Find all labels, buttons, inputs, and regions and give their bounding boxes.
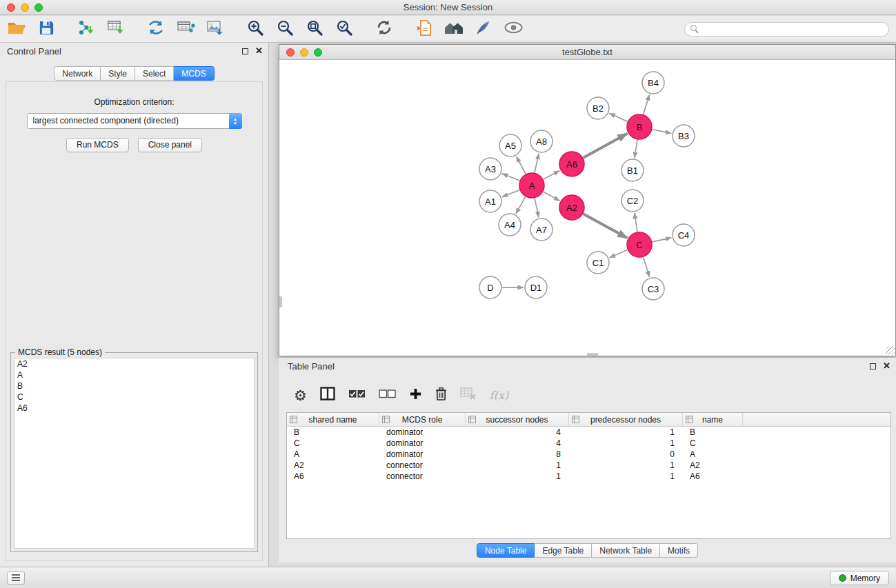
network-minimize-button[interactable] xyxy=(300,48,308,57)
tab-edge-table[interactable]: Edge Table xyxy=(535,543,592,558)
graph-node[interactable]: C xyxy=(627,232,652,257)
close-table-panel-icon[interactable]: ✕ xyxy=(883,362,890,370)
minimize-window-button[interactable] xyxy=(21,3,29,12)
graph-node[interactable]: B2 xyxy=(587,97,609,119)
graph-edge[interactable] xyxy=(544,170,560,179)
graph-node[interactable]: A4 xyxy=(499,214,521,236)
annotation-pen-button[interactable] xyxy=(474,19,493,39)
zoom-selected-button[interactable] xyxy=(335,19,354,39)
float-panel-icon[interactable] xyxy=(242,48,248,54)
mcds-result-item[interactable]: B xyxy=(14,381,254,392)
graph-node[interactable]: A3 xyxy=(479,158,501,180)
graph-edge[interactable] xyxy=(516,156,526,174)
graph-node[interactable]: C3 xyxy=(642,278,664,300)
show-columns-button[interactable] xyxy=(320,387,335,403)
column-header[interactable]: predecessor nodes xyxy=(569,413,683,426)
network-canvas[interactable]: B4B2BB3A5A8A6B1A3AC2A1A2A4A7C4CC1C3DD1 xyxy=(279,60,895,356)
zoom-window-button[interactable] xyxy=(34,3,43,12)
table-settings-button[interactable]: ⚙ xyxy=(294,388,307,403)
table-row[interactable]: Adominator80A xyxy=(287,449,890,460)
graph-node[interactable]: C1 xyxy=(587,252,609,274)
zoom-fit-button[interactable] xyxy=(305,19,324,39)
apply-layout-button[interactable] xyxy=(375,19,394,39)
graph-edge[interactable] xyxy=(584,214,628,238)
vertical-scrollbar-thumb[interactable] xyxy=(279,296,282,307)
graph-node[interactable]: D1 xyxy=(525,276,547,298)
table-row[interactable]: A6connector11A6 xyxy=(287,471,890,482)
tab-style[interactable]: Style xyxy=(101,66,135,81)
horizontal-scrollbar-thumb[interactable] xyxy=(587,353,598,356)
graph-edge[interactable] xyxy=(635,140,637,158)
import-network-button[interactable] xyxy=(77,19,96,39)
graph-edge[interactable] xyxy=(610,250,628,258)
export-table-button[interactable] xyxy=(176,19,195,39)
search-input[interactable] xyxy=(702,23,883,34)
graph-edge[interactable] xyxy=(644,257,650,277)
close-panel-icon[interactable]: ✕ xyxy=(255,47,263,55)
tab-node-table[interactable]: Node Table xyxy=(477,543,535,558)
deselect-all-button[interactable] xyxy=(379,389,396,401)
graph-edge[interactable] xyxy=(544,192,560,201)
graph-node[interactable]: A2 xyxy=(559,195,584,220)
show-graphics-button[interactable] xyxy=(504,19,523,39)
run-mcds-button[interactable]: Run MCDS xyxy=(66,138,129,152)
network-zoom-button[interactable] xyxy=(314,48,322,57)
graph-node[interactable]: D xyxy=(479,276,501,298)
close-panel-button[interactable]: Close panel xyxy=(138,138,202,152)
column-header[interactable]: successor nodes xyxy=(466,413,569,426)
table-row[interactable]: A2connector11A2 xyxy=(287,460,890,471)
graph-node[interactable]: A7 xyxy=(530,219,552,241)
function-builder-button[interactable]: f(x) xyxy=(490,389,508,402)
delete-column-button[interactable] xyxy=(435,387,447,404)
save-session-button[interactable] xyxy=(37,19,56,39)
mcds-result-item[interactable]: A6 xyxy=(14,403,254,414)
graph-node[interactable]: B3 xyxy=(673,125,695,147)
network-close-button[interactable] xyxy=(286,48,295,57)
graph-node[interactable]: C2 xyxy=(621,190,644,212)
mcds-result-item[interactable]: A xyxy=(14,369,254,381)
graph-edge[interactable] xyxy=(535,199,539,218)
graph-node[interactable]: B1 xyxy=(621,159,644,181)
import-table-button[interactable] xyxy=(106,19,126,39)
table-row[interactable]: Bdominator41B xyxy=(287,427,890,438)
graph-edge[interactable] xyxy=(609,113,627,121)
graph-edge[interactable] xyxy=(635,213,637,232)
column-header[interactable]: name xyxy=(683,413,743,426)
memory-button[interactable]: Memory xyxy=(830,571,889,585)
search-box[interactable] xyxy=(684,22,889,37)
graph-node[interactable]: A6 xyxy=(559,152,584,176)
select-all-button[interactable] xyxy=(348,389,366,401)
export-image-button[interactable] xyxy=(206,19,225,39)
graph-node[interactable]: A8 xyxy=(530,130,552,152)
create-column-button[interactable] xyxy=(409,387,422,403)
graph-node[interactable]: A1 xyxy=(479,190,501,212)
resize-grip[interactable] xyxy=(886,346,895,355)
graph-node[interactable]: B4 xyxy=(642,72,664,94)
mcds-result-item[interactable]: A2 xyxy=(14,358,254,369)
graph-edge[interactable] xyxy=(502,190,519,197)
close-window-button[interactable] xyxy=(7,3,15,12)
delete-table-button[interactable] xyxy=(460,387,477,403)
tab-mcds[interactable]: MCDS xyxy=(174,66,214,81)
open-session-button[interactable] xyxy=(7,19,26,39)
tab-network[interactable]: Network xyxy=(54,66,101,81)
mcds-result-list[interactable]: A2ABCA6 xyxy=(14,358,255,549)
zoom-in-button[interactable] xyxy=(246,19,265,39)
graph-node[interactable]: C4 xyxy=(673,224,695,246)
table-row[interactable]: Cdominator41C xyxy=(287,438,890,449)
task-history-button[interactable] xyxy=(7,571,25,585)
criterion-dropdown[interactable]: largest connected component (directed) ▲… xyxy=(27,113,242,129)
graph-node[interactable]: A xyxy=(519,173,544,198)
graph-node[interactable]: B xyxy=(627,114,652,139)
graph-edge[interactable] xyxy=(502,174,520,181)
column-header[interactable]: MCDS role xyxy=(379,413,466,426)
graph-edge[interactable] xyxy=(644,94,650,114)
zoom-out-button[interactable] xyxy=(275,19,295,39)
home-button[interactable] xyxy=(444,19,464,39)
tab-motifs[interactable]: Motifs xyxy=(660,543,698,558)
export-network-button[interactable] xyxy=(146,19,166,39)
tab-select[interactable]: Select xyxy=(135,66,174,81)
session-document-button[interactable] xyxy=(415,19,434,39)
graph-edge[interactable] xyxy=(653,130,672,134)
mcds-result-item[interactable]: C xyxy=(14,392,254,403)
